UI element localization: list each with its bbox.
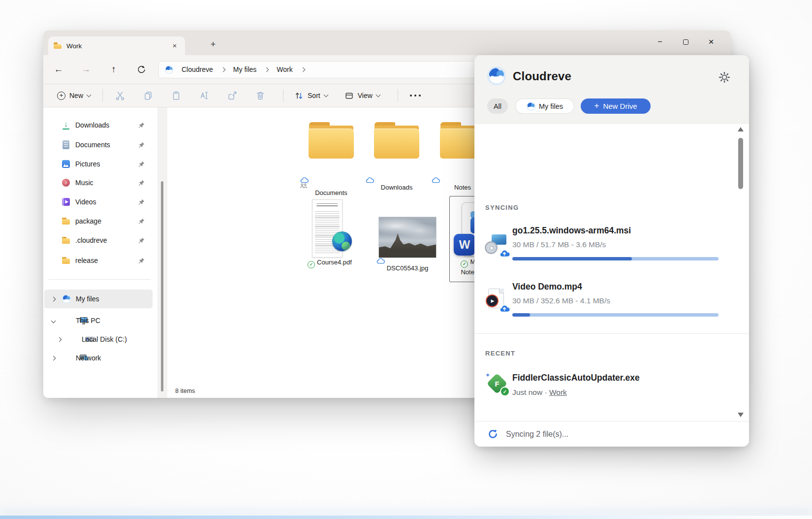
- minimize-button[interactable]: −: [647, 31, 673, 53]
- folder-icon: [61, 235, 71, 245]
- back-button[interactable]: ←: [50, 62, 67, 77]
- scroll-up-icon[interactable]: [738, 127, 744, 131]
- sidebar-item-label: Pictures: [75, 160, 100, 168]
- gear-icon: [718, 71, 730, 83]
- view-label: View: [358, 92, 373, 99]
- maximize-button[interactable]: [673, 31, 698, 53]
- folder-icon: [61, 216, 71, 226]
- delete-button[interactable]: [249, 87, 272, 104]
- cloud-status-icon: [300, 177, 309, 183]
- close-button[interactable]: ×: [698, 31, 724, 53]
- share-button[interactable]: [221, 87, 244, 104]
- panel-footer: Syncing 2 file(s)...: [474, 421, 749, 447]
- breadcrumb-my-files[interactable]: My files: [229, 65, 260, 73]
- maximize-icon: [683, 39, 688, 45]
- pin-icon: [138, 122, 145, 129]
- sidebar-item-cloudreve[interactable]: .cloudreve: [44, 231, 153, 250]
- documents-icon: [61, 140, 71, 150]
- tab-close-icon[interactable]: ×: [169, 40, 180, 51]
- sync-file-name: Video Demo.mp4: [512, 282, 582, 292]
- chevron-down-icon: [375, 93, 380, 97]
- chevron-right-icon: [220, 67, 225, 72]
- sync-file-progress-text: 30 MB / 352.6 MB - 4.1 MB/s: [512, 296, 610, 305]
- copy-button[interactable]: [137, 87, 159, 104]
- sidebar-item-local-disk[interactable]: Local Disk (C:): [44, 330, 153, 349]
- chevron-right-icon[interactable]: [51, 356, 56, 360]
- panel-header: Cloudreve All: [474, 55, 749, 124]
- sidebar-item-music[interactable]: ♪ Music: [44, 173, 153, 192]
- scrollbar-thumb[interactable]: [161, 181, 163, 391]
- filter-all-label: All: [494, 102, 501, 110]
- scroll-down-icon[interactable]: [738, 413, 744, 417]
- chevron-right-icon[interactable]: [57, 337, 62, 342]
- shared-people-icon: [300, 183, 307, 189]
- video-file-icon: ▶: [485, 289, 507, 311]
- cloudreve-icon: [527, 102, 535, 111]
- sidebar-scrollbar[interactable]: [157, 107, 167, 398]
- settings-button[interactable]: [718, 70, 731, 84]
- divider: [398, 89, 398, 102]
- trash-icon: [255, 91, 265, 100]
- up-button[interactable]: ↑: [105, 62, 122, 77]
- sidebar-item-label: .cloudreve: [75, 236, 107, 244]
- sidebar-item-videos[interactable]: ▶ Videos: [44, 193, 153, 211]
- file-tile-course4-pdf[interactable]: ✓Course4.pdf: [297, 196, 363, 282]
- folder-icon: [308, 122, 355, 160]
- rename-button[interactable]: [193, 87, 216, 104]
- window-controls: − ×: [647, 31, 724, 53]
- sidebar-item-network[interactable]: Network: [44, 349, 153, 367]
- pin-icon: [138, 218, 145, 225]
- recent-location-link[interactable]: Work: [549, 388, 567, 396]
- sidebar: ↓ Downloads Documents Pictures ♪ Music: [43, 107, 157, 398]
- pin-icon: [138, 237, 145, 244]
- file-tile-dsc05543-jpg[interactable]: DSC05543.jpg: [375, 196, 440, 282]
- sidebar-item-this-pc[interactable]: This PC: [44, 311, 153, 330]
- filter-all-chip[interactable]: All: [487, 98, 508, 114]
- filter-my-files-chip[interactable]: My files: [515, 98, 574, 114]
- new-tab-button[interactable]: +: [205, 37, 221, 53]
- sidebar-item-package[interactable]: package: [44, 212, 153, 230]
- cut-button[interactable]: [109, 87, 131, 104]
- sidebar-item-release[interactable]: release: [44, 251, 153, 270]
- dot-separator: ·: [544, 388, 547, 396]
- panel-scrollbar-thumb[interactable]: [738, 138, 743, 189]
- more-options-button[interactable]: [404, 87, 427, 104]
- sidebar-item-pictures[interactable]: Pictures: [44, 155, 153, 173]
- sort-label: Sort: [308, 92, 320, 99]
- sync-file-progress-text: 30 MB / 51.7 MB - 3.6 MB/s: [512, 240, 606, 249]
- rename-icon: [199, 91, 209, 100]
- pin-icon: [138, 161, 145, 167]
- chevron-down-icon[interactable]: [51, 318, 56, 323]
- breadcrumb-root[interactable]: Cloudreve: [178, 65, 217, 73]
- sort-button[interactable]: Sort: [289, 87, 333, 104]
- forward-button[interactable]: →: [78, 62, 94, 77]
- progress-bar: [512, 257, 718, 260]
- sync-status-text: Syncing 2 file(s)...: [506, 430, 568, 439]
- folder-tile-downloads[interactable]: Downloads: [364, 119, 430, 160]
- sidebar-item-documents[interactable]: Documents: [44, 135, 153, 154]
- sidebar-item-label: This PC: [76, 317, 100, 324]
- folder-icon: [373, 122, 420, 160]
- new-button[interactable]: + New: [51, 87, 96, 104]
- breadcrumb-work[interactable]: Work: [273, 65, 296, 73]
- refresh-button[interactable]: [133, 62, 150, 77]
- sidebar-item-downloads[interactable]: ↓ Downloads: [44, 116, 153, 134]
- tab-work[interactable]: Work ×: [48, 36, 185, 55]
- paste-button[interactable]: [165, 87, 187, 104]
- sidebar-item-my-files[interactable]: My files: [44, 290, 153, 308]
- refresh-icon: [137, 65, 146, 74]
- status-bar: 8 items: [175, 388, 195, 394]
- sidebar-item-label: Downloads: [75, 121, 109, 129]
- folder-tile-documents[interactable]: Documents: [298, 119, 364, 160]
- view-button[interactable]: View: [340, 87, 385, 104]
- items-count: 8 items: [175, 388, 195, 394]
- photo-thumbnail: [378, 217, 437, 258]
- new-drive-button[interactable]: + New Drive: [581, 98, 651, 114]
- cloudreve-panel: Cloudreve All: [474, 55, 749, 447]
- plus-circle-icon: +: [57, 92, 65, 100]
- sidebar-item-label: Local Disk (C:): [82, 335, 127, 343]
- folder-icon: [53, 42, 62, 50]
- fiddler-exe-icon: F ✦ ✓: [485, 372, 508, 395]
- cloudreve-icon: [165, 65, 173, 74]
- chevron-right-icon[interactable]: [51, 296, 56, 301]
